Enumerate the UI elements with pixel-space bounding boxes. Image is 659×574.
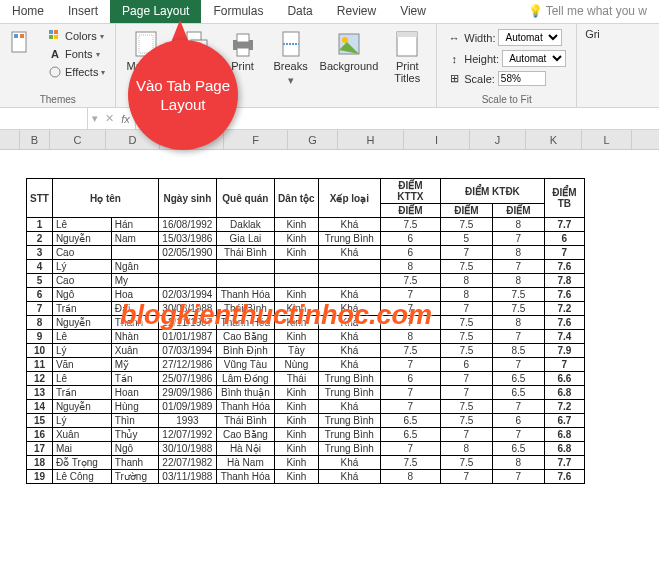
cell[interactable]: Lê <box>52 218 111 232</box>
cell[interactable]: 7.9 <box>544 344 584 358</box>
cell[interactable]: Kinh <box>274 246 318 260</box>
cell[interactable]: 8 <box>380 330 440 344</box>
cell[interactable]: 7.5 <box>380 218 440 232</box>
cell[interactable]: Kinh <box>274 470 318 484</box>
cell[interactable]: Lê Công <box>52 470 111 484</box>
cell[interactable]: 29/09/1986 <box>158 386 216 400</box>
cell[interactable]: Văn <box>52 358 111 372</box>
cell[interactable]: 5 <box>27 274 53 288</box>
cell[interactable]: 4 <box>27 260 53 274</box>
tab-view[interactable]: View <box>388 0 438 23</box>
cell[interactable]: 9 <box>27 330 53 344</box>
cell[interactable]: 3 <box>27 246 53 260</box>
cell[interactable]: Nùng <box>274 358 318 372</box>
cell[interactable]: 7 <box>440 302 492 316</box>
cell[interactable]: 02/03/1994 <box>158 288 216 302</box>
chevron-down-icon[interactable]: ▾ <box>88 112 102 125</box>
cell[interactable]: 6.7 <box>544 414 584 428</box>
width-control[interactable]: ↔Width:Automatic <box>445 28 568 47</box>
cell[interactable]: 7.5 <box>440 414 492 428</box>
col-header[interactable]: I <box>404 130 470 149</box>
cell[interactable]: 7.2 <box>544 400 584 414</box>
cell[interactable]: Trung Bình <box>318 386 380 400</box>
cell[interactable]: Khá <box>318 470 380 484</box>
cell[interactable]: 7 <box>380 400 440 414</box>
cell[interactable]: 18 <box>27 456 53 470</box>
cell[interactable]: Xuân <box>111 344 158 358</box>
cell[interactable]: 8 <box>440 288 492 302</box>
cell[interactable]: 7.5 <box>440 260 492 274</box>
cell[interactable]: 6.8 <box>544 386 584 400</box>
cell[interactable]: Tày <box>274 344 318 358</box>
cell[interactable]: 16/08/1992 <box>158 218 216 232</box>
cell[interactable]: Kinh <box>274 456 318 470</box>
cell[interactable]: Khá <box>318 358 380 372</box>
cell[interactable]: 8 <box>492 456 544 470</box>
print-titles-button[interactable]: Print Titles <box>386 28 428 86</box>
cell[interactable]: 12/11/1987 <box>158 316 216 330</box>
name-box[interactable] <box>0 108 88 129</box>
table-row[interactable]: 3Cao02/05/1990Thái BìnhKinhKhá6787 <box>27 246 585 260</box>
table-row[interactable]: 12LêTần25/07/1986Lâm ĐồngTháiTrung Bình6… <box>27 372 585 386</box>
cell[interactable]: 10 <box>27 344 53 358</box>
cell[interactable]: Xuân <box>52 428 111 442</box>
fonts-button[interactable]: AFonts▾ <box>46 46 107 62</box>
cell[interactable]: 02/05/1990 <box>158 246 216 260</box>
col-header[interactable]: J <box>470 130 526 149</box>
cell[interactable]: 6.5 <box>492 386 544 400</box>
cell[interactable]: 6 <box>380 232 440 246</box>
cell[interactable]: 6.5 <box>380 414 440 428</box>
cell[interactable]: Trung Bình <box>318 442 380 456</box>
tell-me[interactable]: 💡 Tell me what you w <box>516 0 660 23</box>
cell[interactable]: Trung Bình <box>318 428 380 442</box>
cell[interactable]: 7.5 <box>440 400 492 414</box>
cell[interactable]: 5 <box>440 232 492 246</box>
table-row[interactable]: 11VănMỹ27/12/1986Vũng TàuNùngKhá7677 <box>27 358 585 372</box>
table-row[interactable]: 9LêNhàn01/01/1987Cao BằngKinhKhá87.577.4 <box>27 330 585 344</box>
cell[interactable]: 7 <box>492 232 544 246</box>
cell[interactable]: 7 <box>440 386 492 400</box>
cell[interactable]: 7 <box>492 358 544 372</box>
cell[interactable]: 7 <box>380 386 440 400</box>
cell[interactable]: 8 <box>440 442 492 456</box>
cell[interactable]: Khá <box>318 456 380 470</box>
cell[interactable]: 8 <box>380 260 440 274</box>
table-row[interactable]: 14NguyễnHùng01/09/1989Thanh HóaKinhKhá77… <box>27 400 585 414</box>
cell[interactable]: Kinh <box>274 330 318 344</box>
cell[interactable]: My <box>111 274 158 288</box>
cell[interactable]: Nam <box>111 232 158 246</box>
cell[interactable]: 17 <box>27 442 53 456</box>
cancel-icon[interactable]: ✕ <box>102 112 116 125</box>
cell[interactable]: Khá <box>318 302 380 316</box>
cell[interactable]: 2 <box>27 232 53 246</box>
cell[interactable]: 7.6 <box>544 316 584 330</box>
cell[interactable]: 6.8 <box>544 428 584 442</box>
cell[interactable]: 7 <box>380 442 440 456</box>
cell[interactable]: Kinh <box>274 442 318 456</box>
tab-data[interactable]: Data <box>275 0 324 23</box>
cell[interactable]: 8 <box>27 316 53 330</box>
cell[interactable]: Kinh <box>274 316 318 330</box>
cell[interactable]: Khá <box>318 288 380 302</box>
cell[interactable]: 6.5 <box>380 428 440 442</box>
cell[interactable]: Trung Bình <box>318 372 380 386</box>
table-row[interactable]: 19Lê CôngTrường03/11/1988Thanh HóaKinhKh… <box>27 470 585 484</box>
cell[interactable]: 6 <box>380 372 440 386</box>
cell[interactable]: 1993 <box>158 414 216 428</box>
scale-control[interactable]: ⊞Scale: <box>445 70 568 87</box>
cell[interactable]: Thái Bình <box>216 302 274 316</box>
table-row[interactable]: 15LýThìn1993Thái BìnhKinhTrung Bình6.57.… <box>27 414 585 428</box>
cell[interactable]: Cao Bằng <box>216 330 274 344</box>
cell[interactable]: 7 <box>440 470 492 484</box>
col-header[interactable]: L <box>582 130 632 149</box>
cell[interactable]: 6 <box>380 246 440 260</box>
cell[interactable]: 03/11/1988 <box>158 470 216 484</box>
cell[interactable]: Thủy <box>111 428 158 442</box>
cell[interactable]: Cao <box>52 246 111 260</box>
cell[interactable]: Thanh Hóa <box>216 470 274 484</box>
cell[interactable]: Hà Nam <box>216 456 274 470</box>
cell[interactable]: 6 <box>27 288 53 302</box>
cell[interactable]: 7 <box>544 358 584 372</box>
cell[interactable]: Trần <box>52 386 111 400</box>
cell[interactable]: Bình Định <box>216 344 274 358</box>
